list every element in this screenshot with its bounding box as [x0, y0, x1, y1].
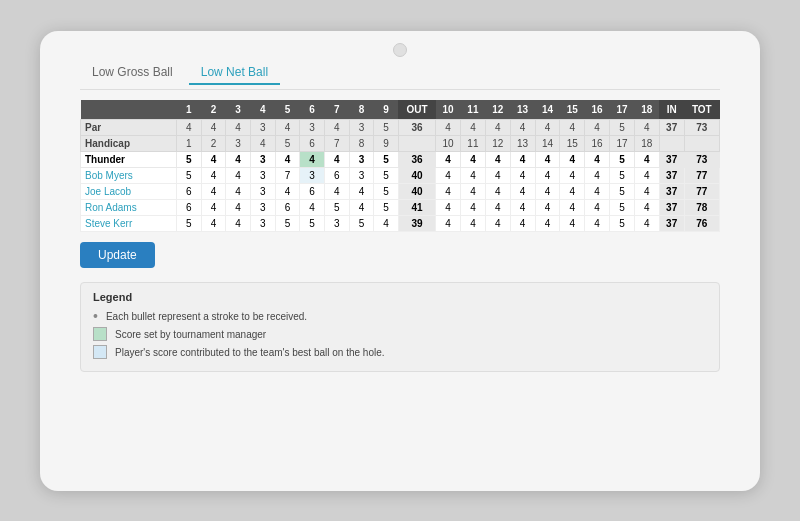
joe-12: 4	[485, 184, 510, 200]
ron-7: 5	[324, 200, 349, 216]
par-10: 4	[436, 120, 461, 136]
steve-7: 3	[324, 216, 349, 232]
header-row: 1 2 3 4 5 6 7 8 9 OUT 10 11 12 13 14 15	[81, 100, 720, 120]
joe-11: 4	[460, 184, 485, 200]
col-header-out: OUT	[398, 100, 435, 120]
joe-15: 4	[560, 184, 585, 200]
joe-in: 37	[659, 184, 684, 200]
par-15: 4	[560, 120, 585, 136]
handicap-label: Handicap	[81, 136, 177, 152]
hcp-6: 6	[300, 136, 325, 152]
bob-7: 6	[324, 168, 349, 184]
ron-10: 4	[436, 200, 461, 216]
steve-14: 4	[535, 216, 560, 232]
ron-13: 4	[510, 200, 535, 216]
player-row-steve-kerr: Steve Kerr 5 4 4 3 5 5 3 5 4 39 4 4 4 4 …	[81, 216, 720, 232]
legend-item-blue: Player's score contributed to the team's…	[93, 345, 707, 359]
par-8: 3	[349, 120, 374, 136]
par-7: 4	[324, 120, 349, 136]
joe-1: 6	[176, 184, 201, 200]
bob-tot: 77	[684, 168, 719, 184]
tab-low-net-ball[interactable]: Low Net Ball	[189, 61, 280, 85]
tab-low-gross-ball[interactable]: Low Gross Ball	[80, 61, 185, 85]
thunder-out: 36	[398, 152, 435, 168]
joe-14: 4	[535, 184, 560, 200]
ron-out: 41	[398, 200, 435, 216]
par-11: 4	[460, 120, 485, 136]
thunder-3: 4	[226, 152, 251, 168]
hcp-14: 14	[535, 136, 560, 152]
hcp-1: 1	[176, 136, 201, 152]
hcp-9: 9	[374, 136, 399, 152]
ron-4: 3	[250, 200, 275, 216]
thunder-9: 5	[374, 152, 399, 168]
par-3: 4	[226, 120, 251, 136]
hcp-8: 8	[349, 136, 374, 152]
thunder-tot: 73	[684, 152, 719, 168]
thunder-12: 4	[485, 152, 510, 168]
col-header-name	[81, 100, 177, 120]
ron-6: 4	[300, 200, 325, 216]
hcp-3: 3	[226, 136, 251, 152]
hcp-15: 15	[560, 136, 585, 152]
hcp-11: 11	[460, 136, 485, 152]
player-name-ron-adams: Ron Adams	[81, 200, 177, 216]
steve-in: 37	[659, 216, 684, 232]
par-13: 4	[510, 120, 535, 136]
steve-18: 4	[634, 216, 659, 232]
joe-2: 4	[201, 184, 226, 200]
col-header-2: 2	[201, 100, 226, 120]
ron-in: 37	[659, 200, 684, 216]
thunder-18: 4	[634, 152, 659, 168]
bob-out: 40	[398, 168, 435, 184]
player-row-ron-adams: Ron Adams 6 4 4 3 6 4 5 4 5 41 4 4 4 4 4	[81, 200, 720, 216]
bob-12: 4	[485, 168, 510, 184]
thunder-11: 4	[460, 152, 485, 168]
col-header-11: 11	[460, 100, 485, 120]
bob-13: 4	[510, 168, 535, 184]
hcp-5: 5	[275, 136, 300, 152]
device-frame: Low Gross Ball Low Net Ball 1 2 3 4 5 6 …	[40, 31, 760, 491]
bob-18: 4	[634, 168, 659, 184]
col-header-in: IN	[659, 100, 684, 120]
joe-7: 4	[324, 184, 349, 200]
hcp-out	[398, 136, 435, 152]
joe-tot: 77	[684, 184, 719, 200]
steve-tot: 76	[684, 216, 719, 232]
bob-15: 4	[560, 168, 585, 184]
col-header-12: 12	[485, 100, 510, 120]
joe-9: 5	[374, 184, 399, 200]
ron-2: 4	[201, 200, 226, 216]
par-18: 4	[634, 120, 659, 136]
ron-15: 4	[560, 200, 585, 216]
par-1: 4	[176, 120, 201, 136]
hcp-7: 7	[324, 136, 349, 152]
par-16: 4	[585, 120, 610, 136]
legend-item-green: Score set by tournament manager	[93, 327, 707, 341]
steve-12: 4	[485, 216, 510, 232]
par-4: 3	[250, 120, 275, 136]
steve-5: 5	[275, 216, 300, 232]
par-label: Par	[81, 120, 177, 136]
steve-16: 4	[585, 216, 610, 232]
device-notch	[393, 43, 407, 57]
col-header-16: 16	[585, 100, 610, 120]
legend-title: Legend	[93, 291, 707, 303]
steve-8: 5	[349, 216, 374, 232]
update-button[interactable]: Update	[80, 242, 155, 268]
col-header-8: 8	[349, 100, 374, 120]
steve-1: 5	[176, 216, 201, 232]
joe-3: 4	[226, 184, 251, 200]
legend-text-green: Score set by tournament manager	[115, 329, 266, 340]
player-name-bob-myers: Bob Myers	[81, 168, 177, 184]
bob-5: 7	[275, 168, 300, 184]
par-in: 37	[659, 120, 684, 136]
bob-6: 3	[300, 168, 325, 184]
steve-10: 4	[436, 216, 461, 232]
joe-4: 3	[250, 184, 275, 200]
thunder-1: 5	[176, 152, 201, 168]
bob-9: 5	[374, 168, 399, 184]
bob-1: 5	[176, 168, 201, 184]
thunder-6: 4	[300, 152, 325, 168]
col-header-1: 1	[176, 100, 201, 120]
